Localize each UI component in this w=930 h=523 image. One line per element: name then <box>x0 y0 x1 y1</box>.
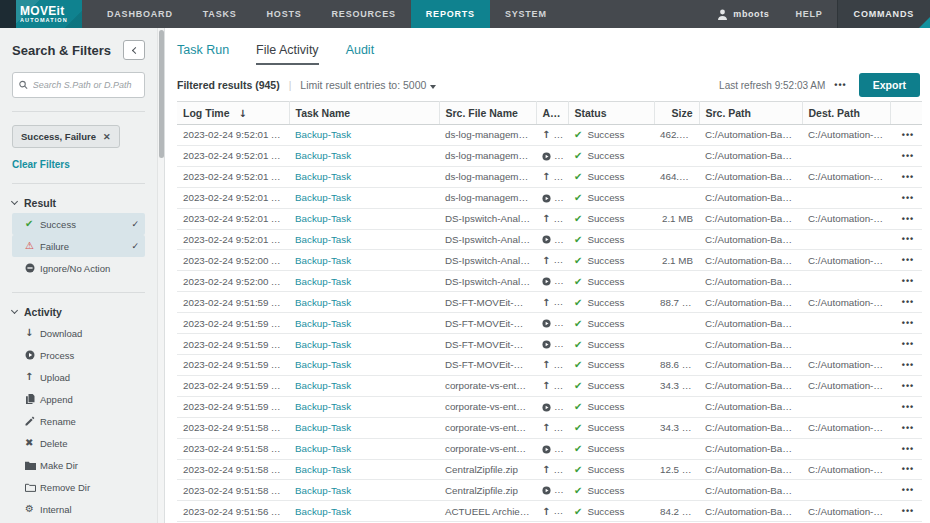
task-name-link[interactable]: Backup-Task <box>295 255 351 266</box>
task-name-link[interactable]: Backup-Task <box>295 443 351 454</box>
tab-task-run[interactable]: Task Run <box>177 43 229 65</box>
task-name-link[interactable]: Backup-Task <box>295 339 351 350</box>
row-actions-menu[interactable]: ••• <box>890 396 922 417</box>
task-name-link[interactable]: Backup-Task <box>295 234 351 245</box>
export-button[interactable]: Export <box>859 73 920 97</box>
filter-item-process[interactable]: Process <box>12 344 145 366</box>
column-header-log-time[interactable]: Log Time↓ <box>177 102 289 125</box>
task-name-link[interactable]: Backup-Task <box>295 276 351 287</box>
activity-section-header[interactable]: Activity <box>12 306 145 318</box>
task-name-link[interactable]: Backup-Task <box>295 422 351 433</box>
column-header-size[interactable]: Size <box>654 102 699 125</box>
sidebar-scrollbar-thumb[interactable] <box>159 30 164 158</box>
cell-activity: ↑Upload <box>536 125 568 146</box>
nav-item-resources[interactable]: RESOURCES <box>317 0 411 28</box>
filter-item-remove-dir[interactable]: Remove Dir <box>12 476 145 498</box>
result-section-header[interactable]: Result <box>12 197 145 209</box>
task-name-link[interactable]: Backup-Task <box>295 401 351 412</box>
column-header-dest-path[interactable]: Dest. Path <box>802 102 890 125</box>
row-actions-menu[interactable]: ••• <box>890 354 922 375</box>
column-header-status[interactable]: Status <box>568 102 654 125</box>
row-actions-menu[interactable]: ••• <box>890 459 922 480</box>
nav-item-dashboard[interactable]: DASHBOARD <box>92 0 188 28</box>
task-name-link[interactable]: Backup-Task <box>295 297 351 308</box>
nav-item-system[interactable]: SYSTEM <box>490 0 562 28</box>
column-header-src-file-name[interactable]: Src. File Name <box>439 102 536 125</box>
nav-item-tasks[interactable]: TASKS <box>188 0 252 28</box>
task-name-link[interactable]: Backup-Task <box>295 506 351 517</box>
moveit-logo[interactable]: MOVEit AUTOMATION <box>16 0 82 28</box>
column-header-activity[interactable]: Activity <box>536 102 568 125</box>
filter-item-ignore-no-action[interactable]: Ignore/No Action <box>12 257 145 279</box>
task-name-link[interactable]: Backup-Task <box>295 213 351 224</box>
commands-button[interactable]: COMMANDS <box>837 0 930 28</box>
tab-audit[interactable]: Audit <box>346 43 375 65</box>
task-name-link[interactable]: Backup-Task <box>295 359 351 370</box>
filter-item-failure[interactable]: ⚠Failure✓ <box>12 235 145 257</box>
row-actions-menu[interactable]: ••• <box>890 125 922 146</box>
activity-filter-list: ↓DownloadProcess↑UploadAppendRename✖Dele… <box>12 322 145 520</box>
sidebar-collapse-button[interactable] <box>123 40 145 60</box>
logo-dark-strip <box>0 0 16 28</box>
sidebar-scrollbar[interactable] <box>157 28 164 523</box>
filter-item-internal[interactable]: ⚙Internal <box>12 498 145 520</box>
cell-dest-path <box>802 334 890 355</box>
row-actions-menu[interactable]: ••• <box>890 501 922 522</box>
column-header-task-name[interactable]: Task Name <box>289 102 439 125</box>
chevron-down-icon <box>11 306 18 313</box>
task-name-link[interactable]: Backup-Task <box>295 129 351 140</box>
file-activity-table: Log Time↓ Task Name Src. File Name Activ… <box>177 101 922 523</box>
row-actions-menu[interactable]: ••• <box>890 334 922 355</box>
separator: | <box>289 80 292 91</box>
row-actions-menu[interactable]: ••• <box>890 438 922 459</box>
filter-item-upload[interactable]: ↑Upload <box>12 366 145 388</box>
cell-log-time: 2023-02-24 9:51:59 AM <box>177 396 289 417</box>
filter-item-append[interactable]: Append <box>12 388 145 410</box>
user-menu[interactable]: mboots <box>705 0 781 28</box>
cell-dest-path: C:/Automation-Backup/Ba... <box>802 459 890 480</box>
row-actions-menu[interactable]: ••• <box>890 250 922 271</box>
limit-entries-dropdown[interactable]: Limit result entries to: 5000 <box>300 79 436 91</box>
filter-item-rename[interactable]: Rename <box>12 410 145 432</box>
row-actions-menu[interactable]: ••• <box>890 480 922 501</box>
logo-subtext: AUTOMATION <box>20 17 82 24</box>
cell-log-time: 2023-02-24 9:52:01 AM <box>177 166 289 187</box>
filter-item-make-dir[interactable]: Make Dir <box>12 454 145 476</box>
filter-item-delete[interactable]: ✖Delete <box>12 432 145 454</box>
nav-item-hosts[interactable]: HOSTS <box>252 0 317 28</box>
cell-status: ✔Success <box>568 187 654 208</box>
nav-item-reports[interactable]: REPORTS <box>411 0 490 28</box>
help-link[interactable]: HELP <box>781 0 836 28</box>
task-name-link[interactable]: Backup-Task <box>295 464 351 475</box>
row-actions-menu[interactable]: ••• <box>890 292 922 313</box>
cell-size <box>654 334 699 355</box>
tab-file-activity[interactable]: File Activity <box>256 43 319 65</box>
cell-src-path: C:/Automation-Backup/ds... <box>699 125 802 146</box>
task-name-link[interactable]: Backup-Task <box>295 171 351 182</box>
task-name-link[interactable]: Backup-Task <box>295 380 351 391</box>
column-header-src-path[interactable]: Src. Path <box>699 102 802 125</box>
cell-src-file-name: corporate-vs-enterprise-... <box>439 396 536 417</box>
active-filter-chip[interactable]: Success, Failure ✕ <box>12 125 120 148</box>
row-actions-menu[interactable]: ••• <box>890 187 922 208</box>
row-actions-menu[interactable]: ••• <box>890 417 922 438</box>
task-name-link[interactable]: Backup-Task <box>295 192 351 203</box>
clear-filters-link[interactable]: Clear Filters <box>12 159 145 170</box>
filter-item-download[interactable]: ↓Download <box>12 322 145 344</box>
refresh-more-menu[interactable]: ••• <box>834 80 846 90</box>
filter-item-success[interactable]: ✔Success✓ <box>12 213 145 235</box>
row-actions-menu[interactable]: ••• <box>890 271 922 292</box>
row-actions-menu[interactable]: ••• <box>890 166 922 187</box>
cell-activity: Process <box>536 313 568 334</box>
row-actions-menu[interactable]: ••• <box>890 229 922 250</box>
remove-filter-icon[interactable]: ✕ <box>103 132 111 142</box>
search-input[interactable] <box>33 80 138 90</box>
task-name-link[interactable]: Backup-Task <box>295 150 351 161</box>
row-actions-menu[interactable]: ••• <box>890 375 922 396</box>
row-actions-menu[interactable]: ••• <box>890 313 922 334</box>
row-actions-menu[interactable]: ••• <box>890 208 922 229</box>
row-actions-menu[interactable]: ••• <box>890 145 922 166</box>
task-name-link[interactable]: Backup-Task <box>295 485 351 496</box>
process-icon <box>542 235 551 244</box>
task-name-link[interactable]: Backup-Task <box>295 318 351 329</box>
